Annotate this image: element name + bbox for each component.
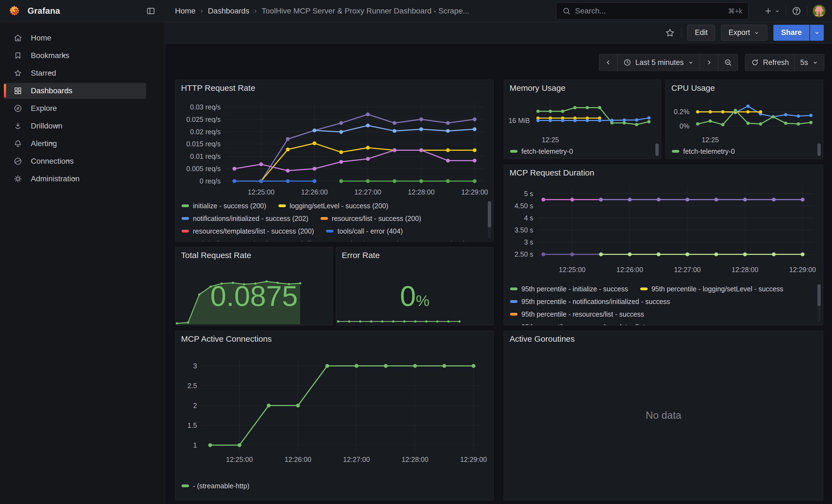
panel-title[interactable]: Error Rate [342,250,380,260]
time-shift-back-button[interactable] [599,54,617,71]
chevron-down-icon[interactable] [54,122,61,130]
legend-item[interactable]: logging/setLevel - success (200) [279,202,389,210]
time-range-group: Last 5 minutes [599,54,738,71]
total-request-rate-value: 0.0875 [176,280,333,313]
legend-item[interactable]: 95th percentile - logging/setLevel - suc… [640,285,783,293]
legend-item[interactable]: tools/call - error (404) [326,227,403,235]
time-range-picker[interactable]: Last 5 minutes [617,54,700,71]
legend-scrollbar[interactable] [817,143,821,155]
panel-http-request-rate[interactable]: HTTP Request Rate 12:25:0012:26:0012:27:… [175,80,494,242]
legend-item[interactable]: 95th percentile - notifications/initiali… [510,298,670,306]
legend-label: 95th percentile - resources/templates/li… [521,323,676,325]
chevron-down-icon[interactable] [65,157,72,165]
chevron-down-icon[interactable] [60,51,68,60]
grafana-logo-icon[interactable] [8,5,20,17]
panel-cpu-usage[interactable]: CPU Usage 12:250.2%0% fetch-telemetry-0 [666,80,823,159]
share-menu-button[interactable] [809,25,824,41]
legend-item[interactable]: tools/list - success (200) [281,240,366,242]
refresh-interval-picker[interactable]: 5s [794,54,824,71]
error-rate-sparkline [337,313,494,325]
legend-item[interactable]: fetch-telemetry-0 [510,148,573,155]
chevron-down-icon[interactable] [48,139,55,148]
svg-text:0.01 req/s: 0.01 req/s [190,152,220,160]
legend-color-chip [182,230,189,233]
user-avatar[interactable] [813,5,825,17]
legend-item[interactable]: initialize - success (200) [182,202,266,210]
svg-text:12:25:00: 12:25:00 [248,188,274,196]
chevron-down-icon[interactable] [47,69,54,77]
sidebar-item-bookmarks[interactable]: Bookmarks [0,47,165,64]
panel-title[interactable]: HTTP Request Rate [181,83,255,93]
brand-name: Grafana [27,6,60,16]
edit-button[interactable]: Edit [687,25,715,41]
legend-item[interactable]: 95th percentile - resources/templates/li… [510,323,676,325]
top-header: Grafana Home › Dashboards › ToolHive MCP… [0,0,832,22]
legend-scrollbar[interactable] [817,284,821,322]
panel-title[interactable]: Memory Usage [510,83,565,93]
sidebar-item-alerting[interactable]: Alerting [0,135,165,152]
breadcrumb-home[interactable]: Home [175,7,196,16]
sidebar-item-connections[interactable]: Connections [0,152,165,170]
sidebar-item-starred[interactable]: Starred [0,64,165,82]
legend-item[interactable]: fetch-telemetry-0 [672,148,735,155]
panel-mcp-active-connections[interactable]: MCP Active Connections 12:25:0012:26:001… [175,331,494,500]
sidebar-item-home[interactable]: Home [0,29,165,47]
panel-title[interactable]: MCP Active Connections [181,334,272,344]
export-button[interactable]: Export [721,25,768,41]
panel-title[interactable]: CPU Usage [671,83,715,93]
refresh-button[interactable]: Refresh [745,54,795,71]
chevron-right-icon [705,59,712,66]
legend-item[interactable]: resources/templates/list - success (200) [182,227,314,235]
help-button[interactable] [791,6,802,16]
legend-item[interactable]: tools/call - success (200) [182,240,268,242]
help-icon [791,6,802,16]
share-button-group: Share [773,25,824,41]
legend-item[interactable]: 95th percentile - resources/list - succe… [510,310,644,318]
cpu-usage-chart: 12:250.2%0% [668,93,820,145]
panel-title[interactable]: MCP Request Duration [510,168,594,178]
favorite-star-button[interactable] [665,28,675,38]
svg-text:12:27:00: 12:27:00 [354,188,381,196]
chevron-down-icon[interactable] [71,175,78,183]
legend-label: unknown - success (200) [389,240,466,242]
breadcrumb-dashboards[interactable]: Dashboards [208,7,249,16]
search-input[interactable]: Search... ⌘+k [556,2,749,20]
add-new-button[interactable] [764,7,780,16]
panel-title[interactable]: Active Goroutines [510,334,575,344]
legend-label: resources/templates/list - success (200) [193,227,314,235]
legend-item[interactable]: 95th percentile - initialize - success [510,285,628,293]
zoom-out-button[interactable] [718,54,738,71]
share-button[interactable]: Share [773,25,809,41]
legend-item[interactable]: notifications/initialized - success (202… [182,215,308,222]
home-icon [13,33,23,43]
sidebar-item-explore[interactable]: Explore [0,100,165,117]
legend-item[interactable]: unknown - success (200) [378,240,466,242]
refresh-group: Refresh 5s [745,54,824,71]
svg-text:2: 2 [193,402,197,409]
dock-sidebar-icon[interactable] [145,5,157,17]
sidebar-item-dashboards[interactable]: Dashboards [0,82,165,100]
legend-label: fetch-telemetry-0 [521,148,573,155]
chevron-down-icon[interactable] [63,87,71,95]
panel-active-goroutines[interactable]: Active Goroutines No data [504,331,823,500]
svg-text:12:27:00: 12:27:00 [674,266,701,273]
time-shift-forward-button[interactable] [700,54,718,71]
memory-legend: fetch-telemetry-0 [510,145,651,159]
legend-item[interactable]: - (streamable-http) [182,482,250,490]
legend-item[interactable]: resources/list - success (200) [320,215,421,222]
sidebar-item-drilldown[interactable]: Drilldown [0,117,165,135]
sidebar-item-administration[interactable]: Administration [0,170,165,188]
legend-scrollbar[interactable] [488,201,491,239]
panel-memory-usage[interactable]: Memory Usage 12:2516 MiB fetch-telemetry… [504,80,661,159]
panel-title[interactable]: Total Request Rate [181,250,251,260]
svg-text:12:26:00: 12:26:00 [616,266,643,273]
panel-error-rate[interactable]: Error Rate 0% [336,247,494,325]
legend-scrollbar[interactable] [655,143,659,155]
panel-total-request-rate[interactable]: Total Request Rate 0.0875 [175,247,333,325]
no-data-message: No data [504,409,823,421]
panel-mcp-request-duration[interactable]: MCP Request Duration 12:25:0012:26:0012:… [504,164,823,325]
bell-icon [13,139,23,148]
legend-color-chip [510,150,518,153]
svg-text:0 req/s: 0 req/s [200,177,220,185]
svg-text:3.50 s: 3.50 s [515,226,533,234]
